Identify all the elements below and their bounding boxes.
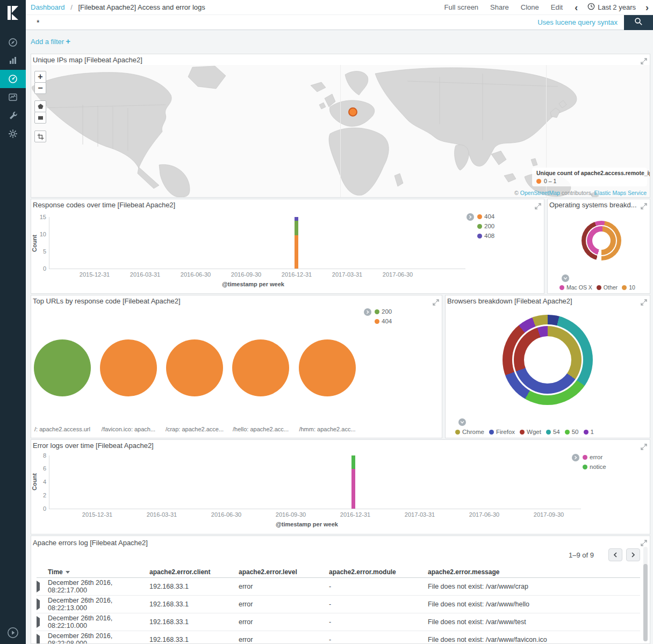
scrollbar-thumb[interactable] [643,564,648,641]
zoom-out-button[interactable]: − [34,82,46,94]
legend-item-408[interactable]: 408 [477,233,494,239]
full-screen-button[interactable]: Full screen [444,3,479,11]
column-header-time[interactable]: Time [48,568,149,576]
legend-toggle-button[interactable] [572,454,579,461]
crop-tool-button[interactable] [34,131,46,142]
kibana-logo[interactable] [4,4,22,22]
expand-panel-icon[interactable] [535,202,541,208]
legend-item-1[interactable]: 1 [584,429,594,435]
map-legend-title: Unique count of apache2.access.remote_ip [536,170,643,176]
legend-toggle-button[interactable] [458,418,466,426]
breadcrumb-dashboard-link[interactable]: Dashboard [31,3,65,11]
expand-panel-icon[interactable] [641,57,647,63]
legend-toggle-button[interactable] [364,308,371,316]
cell-client: 192.168.33.1 [149,636,239,643]
legend-dot [375,309,379,314]
rectangle-tool-button[interactable] [34,112,46,124]
x-axis-label: @timestamp per week [276,521,338,527]
clone-button[interactable]: Clone [521,3,539,11]
expand-panel-icon[interactable] [641,202,647,208]
expand-panel-icon[interactable] [641,298,647,305]
sidebar-collapse-button[interactable] [7,627,19,639]
share-button[interactable]: Share [490,3,509,11]
legend-item-notice[interactable]: notice [583,464,606,470]
elastic-maps-service-link[interactable]: Elastic Maps Service [594,190,647,196]
legend-label: 404 [484,213,494,220]
pie-label: /hello: apache2.acc... [233,426,289,432]
sidebar-item-dev-tools[interactable] [0,106,26,125]
legend-item-10[interactable]: 10 [622,284,635,291]
search-query-input[interactable] [26,15,537,30]
search-button[interactable] [624,15,653,30]
pie-url-crap[interactable] [166,339,223,396]
bar-segment-notice[interactable] [351,455,355,469]
sidebar-item-management[interactable] [0,125,26,143]
legend-item-200[interactable]: 200 [375,308,392,315]
legend-dot [477,224,482,229]
cell-module: - [329,600,428,608]
expand-panel-icon[interactable] [433,298,439,305]
zoom-in-button[interactable]: + [34,71,46,83]
cell-module: - [329,583,428,590]
openstreetmap-link[interactable]: OpenStreetMap [520,190,560,196]
cell-message: File does not exist: /var/www/favicon.ic… [428,636,640,643]
legend-label: 1 [591,429,594,435]
legend-item-wget[interactable]: Wget [520,429,541,435]
legend-item-404[interactable]: 404 [375,318,392,324]
pie-url-hmm[interactable] [299,339,356,396]
pagination-next-button[interactable] [626,548,640,561]
bar-segment-200[interactable] [295,221,298,235]
pie-url-favicon[interactable] [100,339,157,396]
legend-dot [477,234,482,238]
expand-panel-icon[interactable] [641,539,647,545]
row-expand-icon[interactable] [37,598,40,610]
legend-item-54[interactable]: 54 [546,429,560,435]
legend-toggle-button[interactable] [562,274,569,282]
expand-panel-icon[interactable] [641,443,647,449]
lucene-syntax-link[interactable]: Uses lucene query syntax [537,18,618,26]
legend-item-firefox[interactable]: Firefox [489,429,515,435]
attribution-text: contributors, [562,190,593,196]
sidebar-item-timelion[interactable] [0,88,26,106]
legend-item-404[interactable]: 404 [477,213,494,220]
edit-button[interactable]: Edit [551,3,563,11]
pagination-prev-button[interactable] [608,548,622,561]
legend-item-200[interactable]: 200 [477,223,494,229]
time-picker-button[interactable]: Last 2 years [587,3,636,12]
bar-segment-error[interactable] [351,469,355,509]
table-row: December 26th 2016, 08:22:17.000 192.168… [37,578,640,596]
breadcrumb-separator: / [70,3,73,11]
sidebar-item-discover[interactable] [0,33,26,52]
geo-marker[interactable] [348,107,357,117]
pie-url-root[interactable] [34,339,91,396]
legend-item-macosx[interactable]: Mac OS X [559,284,592,291]
row-expand-icon[interactable] [37,616,40,628]
row-expand-icon[interactable] [37,634,40,644]
x-tick: 2016-12-31 [282,271,312,278]
pie-url-hello[interactable] [232,339,289,396]
row-expand-icon[interactable] [37,581,40,592]
legend-dot [455,430,460,435]
pagination-label: 1–9 of 9 [569,551,594,559]
polygon-tool-button[interactable] [34,100,46,112]
bar-segment-408[interactable] [295,217,298,221]
time-forward-button[interactable]: › [645,3,649,12]
table-body: December 26th 2016, 08:22:17.000 192.168… [37,578,640,644]
cell-client: 192.168.33.1 [149,600,239,608]
time-back-button[interactable]: ‹ [575,3,578,12]
sidebar-item-visualize[interactable] [0,52,26,70]
legend-item-error[interactable]: error [583,454,606,460]
bar-segment-404[interactable] [295,235,298,269]
y-tick: 5 [33,248,46,255]
cell-level: error [239,600,329,608]
page-title: [Filebeat Apache2] Access and error logs [78,3,205,11]
world-map[interactable]: + − Unique count of apache2.access.remot… [31,65,650,197]
legend-toggle-button[interactable] [467,213,474,221]
legend-item-chrome[interactable]: Chrome [455,429,484,435]
legend-item-other[interactable]: Other [597,284,618,291]
timelion-chart-icon [8,92,18,102]
sidebar-item-dashboard[interactable] [0,70,26,88]
add-filter-button[interactable]: Add a filter+ [31,38,70,46]
legend-dot [520,430,525,435]
legend-item-50[interactable]: 50 [565,429,579,435]
